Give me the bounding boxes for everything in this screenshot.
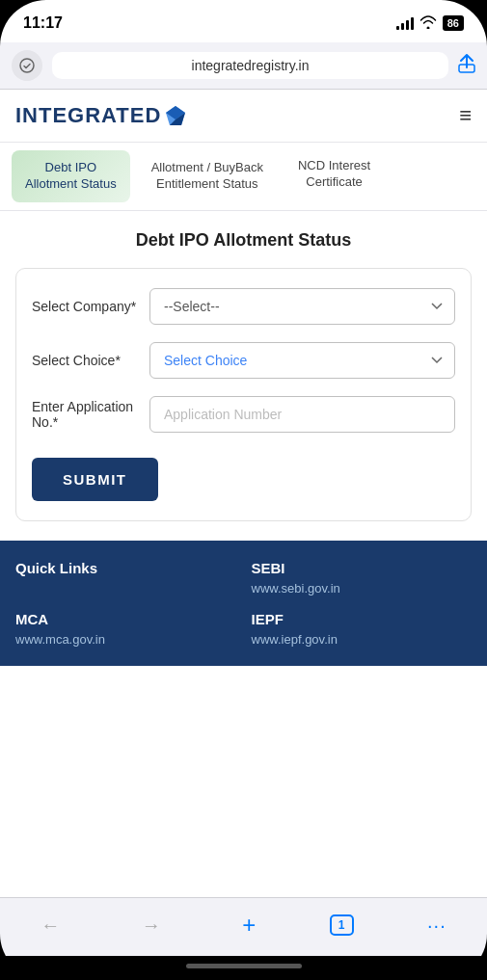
- home-indicator: [0, 956, 487, 980]
- share-icon[interactable]: [458, 54, 475, 78]
- form-card: Select Company* --Select-- Select Choice…: [15, 268, 472, 521]
- footer-iepf-url[interactable]: www.iepf.gov.in: [252, 632, 473, 647]
- footer-quick-links: Quick Links: [15, 560, 236, 596]
- choice-label: Select Choice*: [32, 353, 138, 368]
- form-section: Debt IPO Allotment Status Select Company…: [0, 211, 487, 541]
- footer-sebi: SEBI www.sebi.gov.in: [252, 560, 473, 596]
- logo-diamond-icon: [164, 104, 187, 127]
- submit-button[interactable]: SUBMIT: [32, 458, 158, 501]
- wifi-icon: [419, 15, 437, 32]
- forward-button[interactable]: →: [134, 911, 169, 940]
- footer-sebi-title: SEBI: [252, 560, 473, 576]
- battery-indicator: 86: [443, 15, 464, 31]
- tab-allotment-buyback-label: Allotment / BuyBackEntitlement Status: [151, 160, 263, 191]
- logo: INTEGRATED: [15, 103, 187, 128]
- choice-row: Select Choice* Select Choice: [32, 342, 455, 379]
- menu-icon[interactable]: ≡: [459, 103, 472, 128]
- browser-nav-bar: ← → + 1 ···: [0, 897, 487, 956]
- app-no-input[interactable]: [149, 396, 455, 433]
- site-footer: Quick Links SEBI www.sebi.gov.in MCA www…: [0, 541, 487, 666]
- form-title: Debt IPO Allotment Status: [15, 230, 472, 251]
- security-icon: [12, 50, 42, 81]
- main-content: INTEGRATED ≡ Debt IPOAllotment Status Al…: [0, 90, 487, 897]
- company-label: Select Company*: [32, 299, 138, 314]
- new-tab-button[interactable]: +: [234, 908, 263, 942]
- footer-mca-title: MCA: [15, 611, 236, 627]
- tab-debt-ipo-label: Debt IPOAllotment Status: [25, 160, 117, 191]
- status-bar: 11:17 86: [0, 0, 487, 42]
- app-no-row: Enter ApplicationNo.*: [32, 396, 455, 433]
- footer-sebi-url[interactable]: www.sebi.gov.in: [252, 581, 473, 596]
- site-header: INTEGRATED ≡: [0, 90, 487, 143]
- footer-quick-links-title: Quick Links: [15, 560, 236, 576]
- tab-ncd[interactable]: NCD InterestCertificate: [284, 150, 384, 202]
- footer-iepf-title: IEPF: [252, 611, 473, 627]
- svg-point-0: [20, 59, 34, 72]
- browser-url[interactable]: integratedregistry.in: [52, 52, 448, 79]
- company-row: Select Company* --Select--: [32, 288, 455, 325]
- choice-select[interactable]: Select Choice: [149, 342, 455, 379]
- footer-iepf: IEPF www.iepf.gov.in: [252, 611, 473, 647]
- home-bar: [186, 964, 302, 968]
- phone-frame: 11:17 86 inte: [0, 0, 487, 980]
- tab-allotment-buyback[interactable]: Allotment / BuyBackEntitlement Status: [138, 150, 277, 202]
- footer-mca: MCA www.mca.gov.in: [15, 611, 236, 647]
- back-button[interactable]: ←: [33, 911, 68, 940]
- status-icons: 86: [396, 15, 464, 32]
- company-select[interactable]: --Select--: [149, 288, 455, 325]
- footer-grid: Quick Links SEBI www.sebi.gov.in MCA www…: [15, 560, 472, 647]
- tabs-button[interactable]: 1: [330, 914, 354, 936]
- browser-bar: integratedregistry.in: [0, 42, 487, 90]
- status-time: 11:17: [23, 14, 63, 32]
- app-no-label: Enter ApplicationNo.*: [32, 399, 138, 430]
- footer-mca-url[interactable]: www.mca.gov.in: [15, 632, 236, 647]
- tab-debt-ipo[interactable]: Debt IPOAllotment Status: [12, 150, 130, 202]
- signal-icon: [396, 16, 414, 30]
- logo-text: INTEGRATED: [15, 103, 161, 128]
- nav-tabs: Debt IPOAllotment Status Allotment / Buy…: [0, 143, 487, 211]
- more-button[interactable]: ···: [419, 911, 454, 940]
- tab-ncd-label: NCD InterestCertificate: [298, 158, 370, 189]
